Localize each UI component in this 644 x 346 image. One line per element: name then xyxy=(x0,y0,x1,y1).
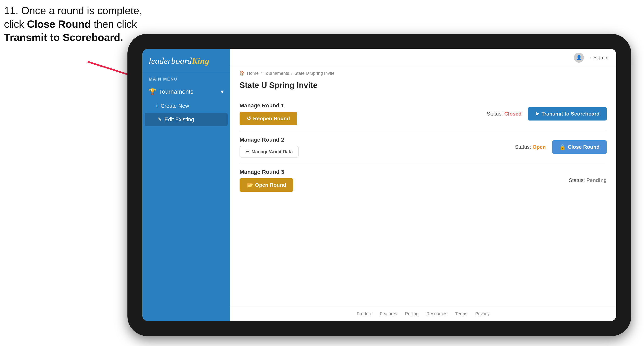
chevron-down-icon: ▾ xyxy=(221,88,224,95)
manage-icon: ☰ xyxy=(245,149,250,155)
instruction-block: 11. Once a round is complete, click Clos… xyxy=(4,4,142,44)
user-avatar: 👤 xyxy=(574,53,584,63)
round-3-right: Status: Pending xyxy=(569,177,607,183)
open-round-button[interactable]: 📂 Open Round xyxy=(240,178,293,192)
round-2-title: Manage Round 2 xyxy=(240,137,298,143)
reopen-icon: ↺ xyxy=(247,116,251,122)
round-2-status-value: Open xyxy=(532,144,546,150)
round-1-status: Status: Closed xyxy=(487,111,522,117)
main-menu-label: MAIN MENU xyxy=(142,72,230,84)
page-content: State U Spring Invite Manage Round 1 ↺ R… xyxy=(230,78,616,306)
plus-icon: + xyxy=(155,103,158,109)
transmit-to-scoreboard-button[interactable]: ➤ Transmit to Scoreboard xyxy=(528,107,607,121)
sidebar-item-tournaments[interactable]: 🏆 Tournaments ▾ xyxy=(142,84,230,99)
open-icon: 📂 xyxy=(247,182,253,188)
sign-in-button[interactable]: → Sign In xyxy=(587,55,608,60)
round-3-status-value: Pending xyxy=(586,177,607,183)
create-new-label: Create New xyxy=(161,103,189,109)
round-1-title: Manage Round 1 xyxy=(240,102,297,109)
breadcrumb: 🏠 Home / Tournaments / State U Spring In… xyxy=(230,67,616,78)
sidebar: leaderboardKing MAIN MENU 🏆 Tournaments … xyxy=(142,49,230,321)
open-round-label: Open Round xyxy=(255,182,286,188)
round-1-section: Manage Round 1 ↺ Reopen Round Status: Cl… xyxy=(240,97,607,131)
reopen-round-button[interactable]: ↺ Reopen Round xyxy=(240,112,297,125)
reopen-round-label: Reopen Round xyxy=(253,116,290,122)
breadcrumb-current: State U Spring Invite xyxy=(294,71,334,76)
footer-pricing[interactable]: Pricing xyxy=(405,311,418,316)
transmit-icon: ➤ xyxy=(535,111,540,117)
tournaments-label: Tournaments xyxy=(159,88,193,95)
footer-product[interactable]: Product xyxy=(357,311,372,316)
round-2-status: Status: Open xyxy=(515,144,546,150)
tablet-device: leaderboardKing MAIN MENU 🏆 Tournaments … xyxy=(128,34,631,336)
round-3-left: Manage Round 3 📂 Open Round xyxy=(240,169,293,192)
round-1-status-value: Closed xyxy=(504,111,522,117)
sidebar-logo: leaderboardKing xyxy=(142,49,230,72)
sidebar-sub-edit-existing[interactable]: ✎ Edit Existing xyxy=(145,113,228,126)
footer-resources[interactable]: Resources xyxy=(426,311,447,316)
edit-icon: ✎ xyxy=(158,116,162,123)
footer: Product Features Pricing Resources Terms… xyxy=(230,306,616,321)
sidebar-sub-create-new[interactable]: + Create New xyxy=(142,99,230,113)
sign-in-label: Sign In xyxy=(594,55,608,60)
manage-audit-data-button[interactable]: ☰ Manage/Audit Data xyxy=(240,146,298,158)
top-bar: 👤 → Sign In xyxy=(230,49,616,67)
app-layout: leaderboardKing MAIN MENU 🏆 Tournaments … xyxy=(142,49,616,321)
footer-privacy[interactable]: Privacy xyxy=(475,311,490,316)
footer-features[interactable]: Features xyxy=(380,311,397,316)
round-2-right: Status: Open 🔒 Close Round xyxy=(515,140,607,154)
logo-king: King xyxy=(192,56,209,66)
manage-audit-label: Manage/Audit Data xyxy=(252,149,293,155)
round-3-status: Status: Pending xyxy=(569,177,607,183)
breadcrumb-home[interactable]: Home xyxy=(247,71,259,76)
user-icon: 👤 xyxy=(576,55,582,60)
main-content: 👤 → Sign In 🏠 Home / Tournaments / State… xyxy=(230,49,616,321)
edit-existing-label: Edit Existing xyxy=(164,117,194,123)
logo: leaderboardKing xyxy=(149,56,224,66)
footer-terms[interactable]: Terms xyxy=(456,311,467,316)
breadcrumb-sep1: / xyxy=(261,71,262,76)
close-round-button[interactable]: 🔒 Close Round xyxy=(552,140,607,154)
instruction-line1: 11. Once a round is complete, xyxy=(4,4,142,17)
tournaments-icon: 🏆 xyxy=(149,88,156,95)
sign-in-arrow-icon: → xyxy=(587,55,592,60)
close-round-label: Close Round xyxy=(568,144,600,150)
breadcrumb-sep2: / xyxy=(291,71,292,76)
round-3-section: Manage Round 3 📂 Open Round Status: Pend… xyxy=(240,163,607,197)
instruction-line2: click Close Round then click xyxy=(4,17,142,31)
round-1-right: Status: Closed ➤ Transmit to Scoreboard xyxy=(487,107,607,121)
tablet-screen: leaderboardKing MAIN MENU 🏆 Tournaments … xyxy=(142,49,616,321)
transmit-label: Transmit to Scoreboard xyxy=(542,111,600,117)
round-2-left: Manage Round 2 ☰ Manage/Audit Data xyxy=(240,137,298,158)
round-1-left: Manage Round 1 ↺ Reopen Round xyxy=(240,102,297,125)
home-icon: 🏠 xyxy=(240,71,245,76)
breadcrumb-tournaments[interactable]: Tournaments xyxy=(264,71,289,76)
round-3-title: Manage Round 3 xyxy=(240,169,293,175)
instruction-line3: Transmit to Scoreboard. xyxy=(4,31,142,44)
logo-leaderboard: leaderboard xyxy=(149,56,192,66)
close-icon: 🔒 xyxy=(559,144,566,150)
page-title: State U Spring Invite xyxy=(240,81,607,90)
round-2-section: Manage Round 2 ☰ Manage/Audit Data Statu… xyxy=(240,131,607,163)
sidebar-nav: 🏆 Tournaments ▾ + Create New ✎ Edit Exis… xyxy=(142,84,230,126)
